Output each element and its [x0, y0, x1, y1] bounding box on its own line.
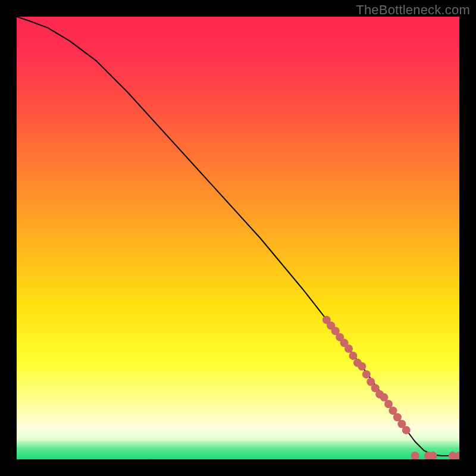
gradient-background [17, 17, 459, 459]
marker-markers-on-curve [362, 370, 371, 378]
watermark-text: TheBottleneck.com [356, 2, 470, 18]
marker-markers-on-curve [345, 345, 353, 353]
marker-markers-on-curve [358, 362, 366, 371]
marker-markers-on-curve [402, 426, 411, 434]
chart-frame: TheBottleneck.com [0, 0, 476, 476]
chart-svg [17, 17, 459, 459]
plot-area [17, 17, 459, 459]
marker-markers-on-curve [349, 352, 357, 360]
